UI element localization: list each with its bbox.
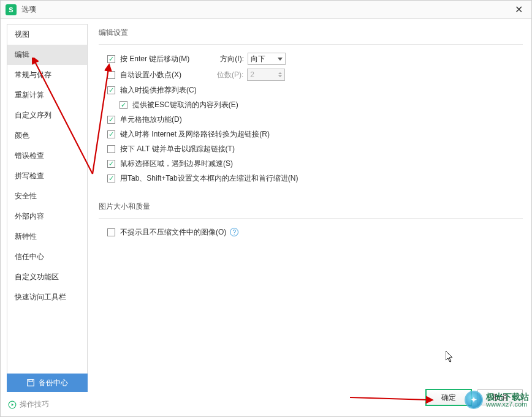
label-hyperlink: 键入时将 Internet 及网络路径转换为超链接(R) [120,129,270,140]
option-no-compress: 不提示且不压缩文件中的图像(O) ? [99,225,523,239]
digits-value: 2 [250,70,254,79]
option-enter-move: 按 Enter 键后移动(M) 方向(I): 向下 [99,51,523,67]
footer: 备份中心 操作技巧 确定 取消 [1,372,531,416]
digits-spinner: 2 [247,69,285,81]
svg-rect-1 [29,380,32,382]
option-tab-indent: 用Tab、Shift+Tab设置文本框内的左缩进和首行缩进(N) [99,171,523,186]
backup-icon [26,378,35,387]
sidebar-item-general[interactable]: 常规与保存 [7,65,87,85]
main-area: 视图 编辑 常规与保存 重新计算 自定义序列 颜色 错误检查 拼写检查 安全性 … [1,19,531,386]
cancel-button[interactable]: 取消 [477,389,523,405]
label-auto-decimal: 自动设置小数点(X) [120,70,181,80]
backup-label: 备份中心 [39,378,68,388]
checkbox-tab-indent[interactable] [107,175,115,182]
checkbox-mouse-slow[interactable] [107,160,115,168]
spinner-buttons [278,69,282,80]
direction-value: 向下 [251,54,265,64]
app-icon: S [6,4,17,15]
label-enter-move: 按 Enter 键后移动(M) [120,54,189,64]
sidebar-item-color[interactable]: 颜色 [7,126,87,146]
play-icon [8,400,17,409]
label-cell-drag: 单元格拖放功能(D) [120,115,182,125]
help-icon[interactable]: ? [230,228,238,236]
digits-label: 位数(P): [217,70,243,80]
button-row: 确定 取消 [426,389,523,405]
svg-rect-0 [28,380,34,386]
sidebar-item-recalc[interactable]: 重新计算 [7,85,87,105]
sidebar-item-trust-center[interactable]: 信任中心 [7,247,87,267]
backup-center-button[interactable]: 备份中心 [7,374,88,392]
sidebar-item-view[interactable]: 视图 [7,24,87,45]
chevron-down-icon [278,58,283,61]
option-autocomplete: 输入时提供推荐列表(C) [99,83,523,97]
sidebar-item-quick-access[interactable]: 快速访问工具栏 [7,287,87,307]
checkbox-cell-drag[interactable] [107,116,115,124]
divider [99,44,523,45]
sidebar-item-security[interactable]: 安全性 [7,186,87,206]
checkbox-no-compress[interactable] [107,228,115,236]
chevron-up-icon [278,72,282,74]
checkbox-alt-click[interactable] [107,145,115,153]
divider [99,218,523,219]
section-image-title: 图片大小和质量 [99,201,523,212]
label-esc-list: 提供被ESC键取消的内容列表(E) [132,100,238,110]
checkbox-auto-decimal[interactable] [107,71,115,79]
tips-link[interactable]: 操作技巧 [8,399,49,410]
ok-button[interactable]: 确定 [426,389,471,405]
sidebar-item-edit[interactable]: 编辑 [7,45,87,65]
sidebar-item-new-features[interactable]: 新特性 [7,227,87,247]
sidebar: 视图 编辑 常规与保存 重新计算 自定义序列 颜色 错误检查 拼写检查 安全性 … [7,24,88,386]
tips-label: 操作技巧 [20,399,49,410]
sidebar-item-spell-check[interactable]: 拼写检查 [7,166,87,186]
label-mouse-slow: 鼠标选择区域，遇到边界时减速(S) [120,159,233,169]
option-esc-list: 提供被ESC键取消的内容列表(E) [99,97,523,112]
checkbox-autocomplete[interactable] [107,86,115,94]
content-panel: 编辑设置 按 Enter 键后移动(M) 方向(I): 向下 自动设置小数点(X… [93,19,531,386]
option-cell-drag: 单元格拖放功能(D) [99,112,523,127]
chevron-down-icon [278,75,282,77]
sidebar-item-error-check[interactable]: 错误检查 [7,146,87,166]
label-no-compress: 不提示且不压缩文件中的图像(O) [120,227,226,238]
option-mouse-slow: 鼠标选择区域，遇到边界时减速(S) [99,156,523,171]
option-alt-click: 按下 ALT 键并单击以跟踪超链接(T) [99,141,523,156]
close-icon[interactable]: ✕ [511,2,526,17]
sidebar-item-external[interactable]: 外部内容 [7,206,87,227]
titlebar: S 选项 ✕ [1,1,531,19]
direction-label: 方向(I): [220,54,244,64]
sidebar-item-custom-list[interactable]: 自定义序列 [7,105,87,126]
option-hyperlink: 键入时将 Internet 及网络路径转换为超链接(R) [99,127,523,141]
checkbox-enter-move[interactable] [107,55,115,63]
label-tab-indent: 用Tab、Shift+Tab设置文本框内的左缩进和首行缩进(N) [120,173,298,184]
window-title: 选项 [21,4,511,15]
sidebar-item-custom-ribbon[interactable]: 自定义功能区 [7,267,87,287]
checkbox-esc-list[interactable] [120,101,127,109]
label-autocomplete: 输入时提供推荐列表(C) [120,85,197,96]
svg-marker-3 [12,403,13,406]
direction-dropdown[interactable]: 向下 [248,53,286,65]
option-auto-decimal: 自动设置小数点(X) 位数(P): 2 [99,67,523,83]
section-edit-title: 编辑设置 [99,28,523,38]
label-alt-click: 按下 ALT 键并单击以跟踪超链接(T) [120,144,235,154]
checkbox-hyperlink[interactable] [107,130,115,138]
